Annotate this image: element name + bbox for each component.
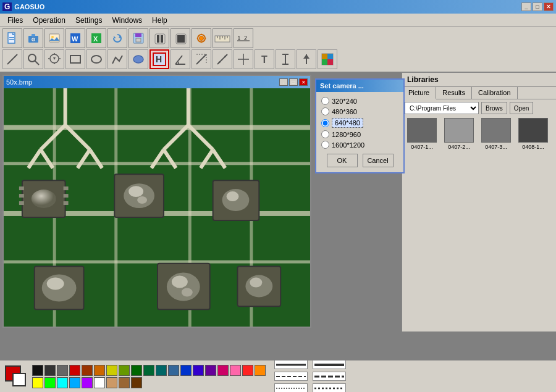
swatch-blue-steel[interactable]: [168, 365, 179, 376]
resolution-640-radio[interactable]: [321, 119, 329, 127]
swatch-dark-gray[interactable]: [44, 365, 56, 376]
lib-thumb-3[interactable]: 0407-3...: [479, 118, 513, 150]
open-button[interactable]: Open: [510, 102, 533, 114]
ibeam-tool-button[interactable]: [276, 49, 295, 69]
swatch-cyan[interactable]: [57, 377, 68, 388]
angle-tool-button[interactable]: [171, 49, 190, 69]
lib-thumb-4[interactable]: 0408-1...: [516, 118, 550, 150]
resolution-480-option[interactable]: 480*360: [321, 107, 398, 115]
line-style-5[interactable]: [313, 372, 346, 381]
zoom-tool-button[interactable]: [23, 49, 43, 69]
swatch-orange[interactable]: [94, 365, 105, 376]
swatch-indigo[interactable]: [193, 365, 204, 376]
swatch-light-orange[interactable]: [255, 365, 266, 376]
swatch-tan[interactable]: [106, 377, 117, 388]
swatch-yellow[interactable]: [106, 365, 117, 376]
menu-windows[interactable]: Windows: [107, 15, 147, 26]
pause-button[interactable]: [150, 28, 169, 48]
resolution-1280-radio[interactable]: [321, 130, 329, 138]
stop-button[interactable]: [171, 28, 190, 48]
rect-tool-button[interactable]: [65, 49, 85, 69]
text-tool-button[interactable]: T: [255, 49, 274, 69]
line-tool-button[interactable]: [2, 49, 22, 69]
swatch-green-dark[interactable]: [131, 365, 142, 376]
resolution-320-option[interactable]: 320*240: [321, 97, 398, 105]
point-tool-button[interactable]: [234, 49, 253, 69]
menu-help[interactable]: Help: [147, 15, 172, 26]
line-style-3[interactable]: [274, 383, 308, 392]
resolution-480-radio[interactable]: [321, 107, 329, 115]
swatch-brown[interactable]: [82, 365, 93, 376]
menu-settings[interactable]: Settings: [70, 15, 107, 26]
color-picker-button[interactable]: [318, 49, 337, 69]
pointer-tool-button[interactable]: [44, 49, 64, 69]
ok-button[interactable]: OK: [327, 154, 358, 167]
swatch-lime[interactable]: [44, 377, 56, 388]
resolution-320-label: 320*240: [332, 98, 357, 105]
diagonal-tool-button[interactable]: [192, 49, 211, 69]
ruler-button[interactable]: [213, 28, 232, 48]
refresh-button[interactable]: [107, 28, 127, 48]
svg-text:H: H: [156, 54, 162, 64]
polyline-tool-button[interactable]: [107, 49, 127, 69]
swatch-sienna[interactable]: [119, 377, 130, 388]
arrow-tool-button[interactable]: [213, 49, 232, 69]
lib-thumb-2[interactable]: 0407-2...: [442, 118, 476, 150]
swatch-dark-brown[interactable]: [131, 377, 142, 388]
lib-thumb-label-2: 0407-2...: [448, 144, 470, 150]
swatch-teal-dark[interactable]: [143, 365, 154, 376]
resolution-1600-radio[interactable]: [321, 141, 329, 149]
word-button[interactable]: W: [65, 28, 85, 48]
background-color[interactable]: [12, 373, 26, 386]
image-max-button[interactable]: □: [289, 78, 298, 86]
tab-calibration[interactable]: Calibration: [472, 87, 518, 99]
resolution-1600-option[interactable]: 1600*1200: [321, 141, 398, 149]
ellipse-tool-button[interactable]: [86, 49, 106, 69]
swatch-white[interactable]: [94, 377, 105, 388]
tab-results[interactable]: Results: [436, 87, 472, 99]
swatch-violet[interactable]: [82, 377, 93, 388]
swatch-pink[interactable]: [230, 365, 241, 376]
swatch-teal[interactable]: [156, 365, 167, 376]
swatch-light-yellow[interactable]: [32, 377, 43, 388]
line-style-4[interactable]: [313, 360, 346, 369]
line-style-1[interactable]: [274, 360, 308, 369]
browse-button[interactable]: Brows: [481, 102, 507, 114]
resolution-320-radio[interactable]: [321, 97, 329, 105]
swatch-blue[interactable]: [180, 365, 192, 376]
camera-button[interactable]: [23, 28, 43, 48]
resolution-1280-option[interactable]: 1280*960: [321, 130, 398, 138]
lib-thumb-1[interactable]: 0407-1...: [405, 118, 439, 150]
swatch-red[interactable]: [242, 365, 253, 376]
swatch-light-blue[interactable]: [69, 377, 80, 388]
maximize-button[interactable]: □: [533, 2, 542, 11]
lib-path-select[interactable]: C:\Program Files: [405, 102, 479, 114]
new-file-button[interactable]: [2, 28, 22, 48]
menu-files[interactable]: Files: [2, 15, 28, 26]
line-style-6[interactable]: [313, 383, 346, 392]
menu-operation[interactable]: Operation: [28, 15, 70, 26]
counter-button[interactable]: 1 2 3: [234, 28, 253, 48]
swatch-magenta[interactable]: [217, 365, 229, 376]
image-min-button[interactable]: -: [279, 78, 288, 86]
color-selector[interactable]: [5, 365, 27, 388]
tab-picture[interactable]: Picture: [402, 87, 436, 99]
settings-button[interactable]: [192, 28, 211, 48]
swatch-red-dark[interactable]: [69, 365, 80, 376]
photo-button[interactable]: [44, 28, 64, 48]
cancel-button[interactable]: Cancel: [363, 154, 394, 167]
line-style-2[interactable]: [274, 372, 308, 381]
minimize-button[interactable]: _: [521, 2, 531, 11]
polygon-tool-button[interactable]: [128, 49, 148, 69]
swatch-purple[interactable]: [205, 365, 216, 376]
h-tool-button[interactable]: H: [150, 49, 169, 69]
swatch-olive[interactable]: [119, 365, 130, 376]
swatch-gray[interactable]: [57, 365, 68, 376]
swatch-black[interactable]: [32, 365, 43, 376]
arrow-up-tool-button[interactable]: [297, 49, 316, 69]
excel-button[interactable]: X: [86, 28, 106, 48]
image-close-button[interactable]: ✕: [299, 78, 308, 86]
close-button[interactable]: ✕: [544, 2, 554, 11]
resolution-640-option[interactable]: 640*480: [321, 118, 398, 128]
save-button[interactable]: [128, 28, 148, 48]
